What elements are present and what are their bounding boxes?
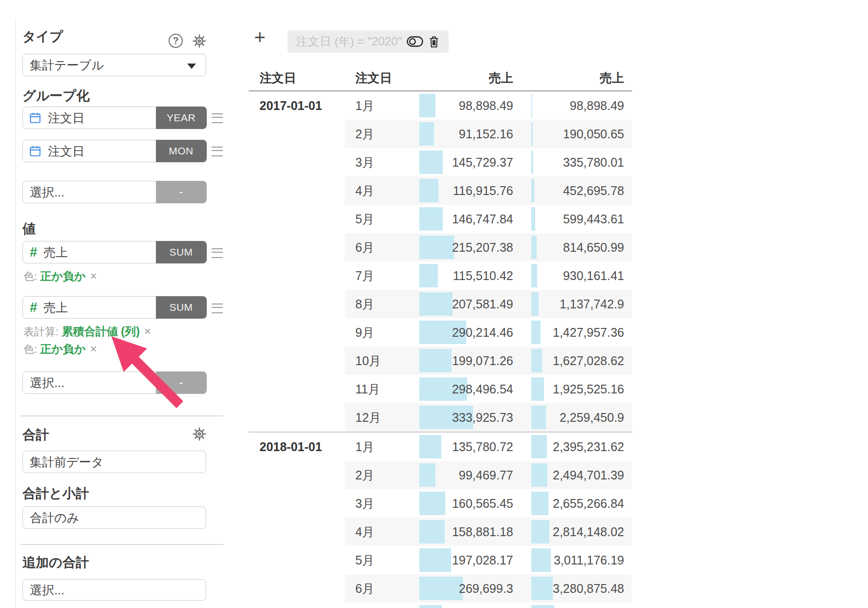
table-header-row: 注文日 注文日 売上 売上 xyxy=(249,66,632,91)
drag-handle-icon[interactable] xyxy=(212,248,223,258)
section-divider xyxy=(21,415,223,416)
color-annotation-1: 色:正か負か× xyxy=(23,269,97,284)
table-row: 2月99,469.772,494,701.39 xyxy=(345,461,632,489)
value-field-sales-1-badge[interactable]: SUM xyxy=(156,241,207,263)
cumulative-value: 3,280,875.48 xyxy=(553,574,624,603)
extra-total-section-title: 追加の合計 xyxy=(22,554,89,571)
cumulative-bar xyxy=(531,577,553,600)
total-mode-select[interactable]: 集計前データ xyxy=(22,451,206,473)
cumulative-cell: 2,814,148.02 xyxy=(519,518,632,546)
sales-value: 207,581.49 xyxy=(452,290,513,318)
sales-bar xyxy=(419,151,443,174)
table-row: 7月 xyxy=(345,603,632,608)
table-calc-link[interactable]: 累積合計値 (列) xyxy=(62,325,140,338)
toggle-filter-icon[interactable] xyxy=(407,36,423,47)
cumulative-value: 452,695.78 xyxy=(563,176,624,205)
cumulative-bar xyxy=(531,207,535,231)
month-cell: 9月 xyxy=(345,318,413,347)
value-field-sales-1[interactable]: # 売上 SUM xyxy=(22,241,206,263)
add-filter-button[interactable]: + xyxy=(254,26,265,48)
drag-handle-icon[interactable] xyxy=(212,304,223,313)
sales-bar xyxy=(419,435,441,458)
gear-icon[interactable] xyxy=(192,33,207,49)
drag-handle-icon[interactable] xyxy=(212,147,223,156)
cumulative-value: 2,395,231.62 xyxy=(553,433,624,461)
chevron-down-icon xyxy=(187,64,196,69)
remove-color-1-icon[interactable]: × xyxy=(90,269,97,282)
group-field-month[interactable]: 注文日 MON xyxy=(22,140,206,162)
value-add-select-label: 選択... xyxy=(30,375,65,391)
group-field-year-label: 注文日 xyxy=(48,110,85,126)
cumulative-value: 2,494,701.39 xyxy=(553,461,624,489)
month-cell: 1月 xyxy=(345,91,413,120)
sales-cell: 199,071.26 xyxy=(413,347,519,375)
total-mode-value: 集計前データ xyxy=(30,454,104,470)
month-cell: 2月 xyxy=(345,120,413,148)
cumulative-bar xyxy=(531,463,547,487)
extra-total-select[interactable]: 選択... xyxy=(22,579,206,601)
sales-bar xyxy=(419,548,451,572)
cumulative-bar xyxy=(531,321,541,344)
header-sales: 売上 xyxy=(413,66,519,90)
sales-cell: 333,925.73 xyxy=(413,403,519,432)
table-row: 6月269,699.33,280,875.48 xyxy=(345,574,632,603)
table-row: 9月290,214.461,427,957.36 xyxy=(345,318,632,347)
chart-type-value: 集計テーブル xyxy=(30,57,104,73)
cumulative-bar xyxy=(531,236,537,259)
table-calc-prefix: 表計算: xyxy=(23,326,59,338)
remove-table-calc-icon[interactable]: × xyxy=(144,325,151,338)
cumulative-cell: 3,011,176.19 xyxy=(519,546,632,574)
color-annotation-2-link[interactable]: 正か負か xyxy=(40,343,86,355)
extra-total-select-label: 選択... xyxy=(30,582,65,598)
cumulative-value: 1,627,028.62 xyxy=(553,347,624,375)
cumulative-value: 3,011,176.19 xyxy=(554,546,624,574)
sales-value: 290,214.46 xyxy=(452,318,513,347)
sales-cell: 146,747.84 xyxy=(413,205,519,233)
value-add-select-badge: - xyxy=(156,371,207,394)
cumulative-bar xyxy=(531,520,549,543)
cumulative-bar xyxy=(531,548,551,572)
sales-cell: 290,214.46 xyxy=(413,318,519,347)
group-add-select-badge: - xyxy=(156,181,207,203)
value-add-select[interactable]: 選択... - xyxy=(22,371,206,394)
help-icon[interactable]: ? xyxy=(169,34,183,48)
cumulative-bar xyxy=(531,349,542,372)
sales-value: 99,469.77 xyxy=(459,461,513,489)
cumulative-cell: 1,925,525.16 xyxy=(519,375,632,403)
color-annotation-1-link[interactable]: 正か負か xyxy=(40,270,86,282)
cumulative-value: 2,655,266.84 xyxy=(553,489,624,518)
group-field-month-badge[interactable]: MON xyxy=(156,140,207,162)
sales-cell: 115,510.42 xyxy=(413,261,519,290)
drag-handle-icon[interactable] xyxy=(212,113,223,123)
year-cell: 2017-01-01 xyxy=(249,91,345,432)
subtotal-mode-select[interactable]: 合計のみ xyxy=(22,506,206,529)
calendar-icon xyxy=(29,145,42,157)
cumulative-bar xyxy=(531,264,537,287)
group-field-year[interactable]: 注文日 YEAR xyxy=(22,107,206,129)
number-type-icon: # xyxy=(30,300,37,315)
gear-icon[interactable] xyxy=(192,426,207,442)
value-field-sales-2[interactable]: # 売上 SUM xyxy=(22,296,206,319)
section-divider xyxy=(21,544,223,545)
value-field-sales-2-badge[interactable]: SUM xyxy=(156,296,207,319)
chart-type-select[interactable]: 集計テーブル xyxy=(22,54,206,76)
group-add-select[interactable]: 選択... - xyxy=(22,181,206,203)
sales-bar xyxy=(419,236,454,259)
month-cell: 7月 xyxy=(345,261,413,290)
month-cell: 1月 xyxy=(345,433,413,461)
filter-chip[interactable]: 注文日 (年) = "2020" xyxy=(287,30,449,53)
cumulative-value: 2,259,450.9 xyxy=(560,403,624,432)
color-annotation-1-prefix: 色: xyxy=(23,270,37,282)
filter-chip-label: 注文日 (年) = "2020" xyxy=(296,34,402,49)
cumulative-cell: 2,655,266.84 xyxy=(519,489,632,518)
month-cell: 12月 xyxy=(345,403,413,432)
sales-cell: 298,496.54 xyxy=(413,375,519,403)
group-field-year-badge[interactable]: YEAR xyxy=(156,107,207,129)
trash-icon[interactable] xyxy=(428,35,440,48)
cumulative-bar xyxy=(531,122,533,146)
table-group: 2018-01-011月135,780.722,395,231.622月99,4… xyxy=(249,432,632,608)
value-section-title: 値 xyxy=(22,220,36,238)
remove-color-2-icon[interactable]: × xyxy=(90,342,97,355)
sales-value: 158,881.18 xyxy=(452,518,513,546)
cumulative-value: 930,161.41 xyxy=(563,261,624,290)
